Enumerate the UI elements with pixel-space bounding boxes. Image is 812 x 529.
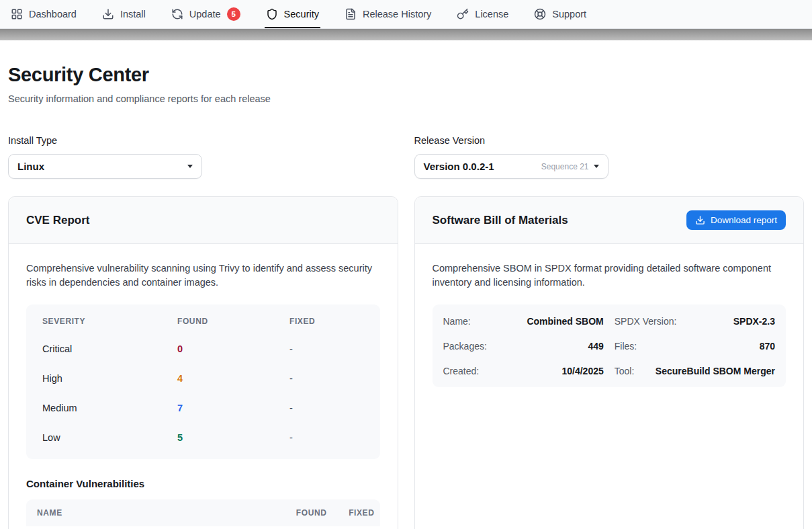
sbom-field-spdx-version: SPDX Version: SPDX-2.3 — [615, 316, 775, 327]
nav-label-support: Support — [552, 9, 586, 19]
release-version-label: Release Version — [414, 135, 805, 146]
field-label: Tool: — [615, 366, 635, 376]
table-row: Medium 7 - — [42, 393, 364, 423]
release-version-select[interactable]: Version 0.0.2-1 Sequence 21 — [414, 154, 608, 179]
header-scroll-shadow — [0, 29, 812, 40]
nav-item-update[interactable]: Update 5 — [171, 0, 240, 28]
sbom-field-name: Name: Combined SBOM — [443, 316, 604, 327]
field-label: SPDX Version: — [615, 316, 677, 327]
col-severity: SEVERITY — [42, 317, 177, 326]
download-icon — [102, 8, 114, 20]
fixed-count: - — [289, 403, 364, 413]
sbom-card-title: Software Bill of Materials — [433, 214, 568, 227]
field-label: Packages: — [443, 341, 487, 352]
severity-label: Low — [42, 432, 177, 443]
cve-card-header: CVE Report — [9, 197, 398, 244]
nav-label-release-history: Release History — [363, 9, 431, 19]
sbom-field-created: Created: 10/4/2025 — [443, 366, 604, 376]
nav-item-install[interactable]: Install — [102, 0, 146, 28]
download-report-button[interactable]: Download report — [686, 210, 786, 230]
container-table-header: NAME FOUND FIXED — [26, 499, 380, 526]
nav-item-dashboard[interactable]: Dashboard — [11, 0, 77, 28]
cve-description: Comprehensive vulnerability scanning usi… — [26, 261, 380, 290]
sbom-card-body: Comprehensive SBOM in SPDX format provid… — [415, 244, 804, 405]
table-row: High 4 - — [42, 364, 364, 393]
release-version-filter: Release Version Version 0.0.2-1 Sequence… — [414, 135, 805, 179]
fixed-count: - — [289, 432, 364, 443]
fixed-count: - — [289, 343, 364, 354]
nav-item-license[interactable]: License — [457, 0, 508, 28]
sbom-field-tool: Tool: SecureBuild SBOM Merger — [615, 366, 775, 376]
key-icon — [457, 8, 469, 20]
download-report-label: Download report — [711, 215, 777, 225]
severity-label: Medium — [42, 403, 177, 413]
found-count: 0 — [177, 343, 289, 354]
shield-icon — [266, 8, 278, 20]
nav-label-install: Install — [120, 9, 146, 19]
found-count: 4 — [177, 373, 289, 384]
severity-table: SEVERITY FOUND FIXED Critical 0 - High 4… — [26, 304, 380, 459]
field-label: Files: — [615, 341, 637, 352]
sbom-card-header: Software Bill of Materials Download repo… — [415, 197, 804, 244]
nav-item-security[interactable]: Security — [266, 0, 319, 28]
refresh-icon — [171, 8, 183, 20]
security-center-page: Security Center Security information and… — [0, 64, 812, 529]
field-value: Combined SBOM — [527, 316, 603, 327]
sbom-card: Software Bill of Materials Download repo… — [414, 196, 805, 529]
top-nav: Dashboard Install Update 5 Security Rele… — [0, 0, 812, 29]
release-sequence-text: Sequence 21 — [541, 162, 589, 171]
cve-report-card: CVE Report Comprehensive vulnerability s… — [8, 196, 398, 529]
col-fixed: FIXED — [289, 317, 364, 326]
sbom-field-packages: Packages: 449 — [443, 341, 604, 352]
table-row: Low 5 - — [42, 423, 364, 452]
nav-label-dashboard: Dashboard — [29, 9, 77, 19]
sbom-field-files: Files: 870 — [615, 341, 775, 352]
nav-label-update: Update — [189, 9, 221, 19]
field-value: SPDX-2.3 — [733, 316, 775, 327]
dashboard-grid-icon — [11, 8, 23, 20]
found-count: 5 — [177, 432, 289, 443]
lifebuoy-icon — [534, 8, 546, 20]
fixed-count: - — [289, 373, 364, 384]
sbom-details-panel: Name: Combined SBOM SPDX Version: SPDX-2… — [433, 304, 786, 387]
nav-item-release-history[interactable]: Release History — [345, 0, 431, 28]
sbom-description: Comprehensive SBOM in SPDX format provid… — [433, 261, 786, 290]
nav-item-support[interactable]: Support — [534, 0, 586, 28]
severity-table-header: SEVERITY FOUND FIXED — [42, 309, 364, 334]
page-subtitle: Security information and compliance repo… — [8, 93, 804, 104]
chevron-down-icon — [594, 165, 599, 168]
file-text-icon — [345, 8, 357, 20]
field-value: 870 — [760, 341, 775, 352]
sbom-details-row: Created: 10/4/2025 Tool: SecureBuild SBO… — [443, 358, 776, 383]
cve-card-body: Comprehensive vulnerability scanning usi… — [9, 244, 398, 529]
table-row: Critical 0 - — [42, 334, 364, 364]
download-icon — [695, 215, 705, 225]
cve-card-title: CVE Report — [26, 214, 89, 227]
install-type-filter: Install Type Linux — [8, 135, 398, 179]
col-name: NAME — [37, 508, 269, 518]
col-fixed: FIXED — [327, 508, 375, 518]
field-value: SecureBuild SBOM Merger — [656, 366, 775, 376]
field-label: Created: — [443, 366, 480, 376]
install-type-value: Linux — [17, 161, 44, 172]
severity-label: High — [42, 373, 177, 384]
chevron-down-icon — [187, 165, 193, 168]
container-vulnerabilities-title: Container Vulnerabilities — [26, 478, 380, 489]
col-found: FOUND — [269, 508, 327, 518]
filters-row: Install Type Linux Release Version Versi… — [8, 135, 804, 179]
nav-label-security: Security — [284, 9, 319, 19]
found-count: 7 — [177, 403, 289, 413]
update-count-badge: 5 — [227, 7, 240, 21]
severity-label: Critical — [42, 343, 177, 354]
field-value: 449 — [588, 341, 603, 352]
release-version-value: Version 0.0.2-1 — [424, 161, 494, 172]
cards-grid: CVE Report Comprehensive vulnerability s… — [8, 196, 804, 529]
install-type-select[interactable]: Linux — [8, 154, 202, 179]
page-title: Security Center — [8, 64, 804, 86]
field-value: 10/4/2025 — [561, 366, 603, 376]
field-label: Name: — [443, 316, 471, 327]
col-found: FOUND — [177, 317, 289, 326]
sbom-details-row: Packages: 449 Files: 870 — [443, 333, 776, 358]
install-type-label: Install Type — [8, 135, 398, 146]
sbom-details-row: Name: Combined SBOM SPDX Version: SPDX-2… — [443, 309, 776, 333]
